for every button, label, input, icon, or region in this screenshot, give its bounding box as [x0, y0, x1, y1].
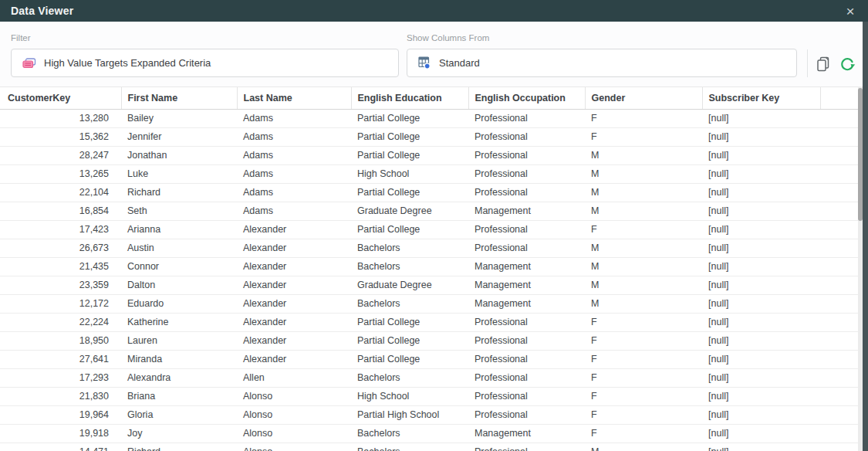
table-row[interactable]: 27,641MirandaAlexanderPartial CollegePro… [0, 350, 858, 368]
table-cell: 26,673 [0, 239, 121, 257]
close-button[interactable]: × [842, 2, 859, 20]
table-cell: 12,172 [0, 294, 121, 313]
table-cell: Professional [468, 368, 585, 387]
column-header[interactable]: English Education [351, 87, 468, 109]
table-cell: Katherine [121, 313, 237, 331]
table-cell: Dalton [121, 276, 237, 294]
table-cell: Alonso [237, 405, 351, 424]
table-cell: Joy [121, 424, 237, 443]
table-cell: Professional [468, 443, 585, 451]
table-cell: Alexander [237, 276, 351, 294]
table-cell: [null] [702, 350, 820, 368]
table-cell: Alonso [237, 387, 351, 405]
table-row[interactable]: 19,964GloriaAlonsoPartial High SchoolPro… [0, 405, 858, 424]
table-cell-filler [820, 202, 858, 220]
table-cell-filler [820, 183, 858, 202]
table-cell: 23,359 [0, 276, 121, 294]
table-row[interactable]: 16,854SethAdamsGraduate DegreeManagement… [0, 202, 858, 220]
table-cell: M [585, 257, 702, 276]
toolbar: Filter High Value Targets Expanded Crite… [0, 22, 863, 86]
table-grid-icon [418, 56, 431, 70]
table-cell: M [585, 146, 702, 164]
table-cell: 21,435 [0, 257, 121, 276]
columns-label: Show Columns From [407, 33, 489, 42]
table-cell-filler [820, 239, 858, 257]
table-cell: [null] [702, 239, 820, 257]
table-cell: Jennifer [121, 127, 237, 146]
table-cell-filler [820, 276, 858, 294]
table-cell: Bachelors [351, 424, 468, 443]
table-cell: Management [468, 257, 585, 276]
table-cell: Lauren [121, 331, 237, 350]
table-row[interactable]: 13,265LukeAdamsHigh SchoolProfessionalM[… [0, 164, 858, 183]
right-edge [863, 22, 868, 451]
table-row[interactable]: 18,950LaurenAlexanderPartial CollegeProf… [0, 331, 858, 350]
table-cell: Connor [121, 257, 237, 276]
table-row[interactable]: 17,293AlexandraAllenBachelorsProfessiona… [0, 368, 858, 387]
table-row[interactable]: 13,280BaileyAdamsPartial CollegeProfessi… [0, 109, 858, 127]
table-row[interactable]: 17,423AriannaAlexanderPartial CollegePro… [0, 220, 858, 239]
table-cell: F [585, 220, 702, 239]
table-row[interactable]: 21,830BrianaAlonsoHigh SchoolProfessiona… [0, 387, 858, 405]
column-header[interactable]: Gender [585, 87, 702, 109]
table-cell: 22,224 [0, 313, 121, 331]
table-cell: Luke [121, 164, 237, 183]
table-row[interactable]: 14,471RichardAlonsoBachelorsProfessional… [0, 443, 858, 451]
table-cell: F [585, 405, 702, 424]
table-cell: F [585, 424, 702, 443]
column-header[interactable]: CustomerKey [0, 87, 121, 109]
table-row[interactable]: 21,435ConnorAlexanderBachelorsManagement… [0, 257, 858, 276]
table-cell: M [585, 183, 702, 202]
column-header-filler [820, 87, 858, 109]
table-cell: M [585, 239, 702, 257]
table-cell: Alonso [237, 424, 351, 443]
table-row[interactable]: 22,104RichardAdamsPartial CollegeProfess… [0, 183, 858, 202]
table-cell: Adams [237, 109, 351, 127]
table-cell: Management [468, 276, 585, 294]
table-row[interactable]: 23,359DaltonAlexanderGraduate DegreeMana… [0, 276, 858, 294]
table-cell: Management [468, 424, 585, 443]
copy-icon [816, 56, 831, 76]
copy-button[interactable] [813, 56, 833, 76]
column-header[interactable]: Last Name [237, 87, 351, 109]
table-cell: M [585, 276, 702, 294]
table-cell: Graduate Degree [351, 202, 468, 220]
table-cell: 14,471 [0, 443, 121, 451]
columns-select[interactable]: Standard [407, 49, 797, 77]
table-row[interactable]: 26,673AustinAlexanderBachelorsProfession… [0, 239, 858, 257]
table-cell: Adams [237, 164, 351, 183]
table-cell: Miranda [121, 350, 237, 368]
table-cell: Bachelors [351, 443, 468, 451]
column-header[interactable]: English Occupation [468, 87, 585, 109]
refresh-icon [839, 56, 856, 76]
refresh-button[interactable] [837, 56, 857, 76]
column-header[interactable]: First Name [121, 87, 237, 109]
close-icon: × [846, 4, 854, 19]
table-cell: Professional [468, 220, 585, 239]
table-cell: F [585, 387, 702, 405]
table-cell: Graduate Degree [351, 276, 468, 294]
table-cell: Seth [121, 202, 237, 220]
table-cell: Jonathan [121, 146, 237, 164]
table-row[interactable]: 15,362JenniferAdamsPartial CollegeProfes… [0, 127, 858, 146]
table-row[interactable]: 28,247JonathanAdamsPartial CollegeProfes… [0, 146, 858, 164]
table-cell: Eduardo [121, 294, 237, 313]
table-cell: [null] [702, 424, 820, 443]
table-row[interactable]: 12,172EduardoAlexanderBachelorsManagemen… [0, 294, 858, 313]
table-cell-filler [820, 109, 858, 127]
table-cell: Professional [468, 405, 585, 424]
filter-select[interactable]: High Value Targets Expanded Criteria [11, 49, 399, 77]
table-cell: 21,830 [0, 387, 121, 405]
column-header[interactable]: Subscriber Key [702, 87, 820, 109]
table-row[interactable]: 19,918JoyAlonsoBachelorsManagementF[null… [0, 424, 858, 443]
table-cell: Bachelors [351, 257, 468, 276]
table-cell: Professional [468, 109, 585, 127]
filter-segment-icon [22, 58, 36, 69]
table-cell: 17,293 [0, 368, 121, 387]
table-cell: Alexander [237, 350, 351, 368]
table-cell: 17,423 [0, 220, 121, 239]
table-cell: [null] [702, 202, 820, 220]
table-cell-filler [820, 220, 858, 239]
table-row[interactable]: 22,224KatherineAlexanderPartial CollegeP… [0, 313, 858, 331]
toolbar-divider [807, 49, 808, 77]
